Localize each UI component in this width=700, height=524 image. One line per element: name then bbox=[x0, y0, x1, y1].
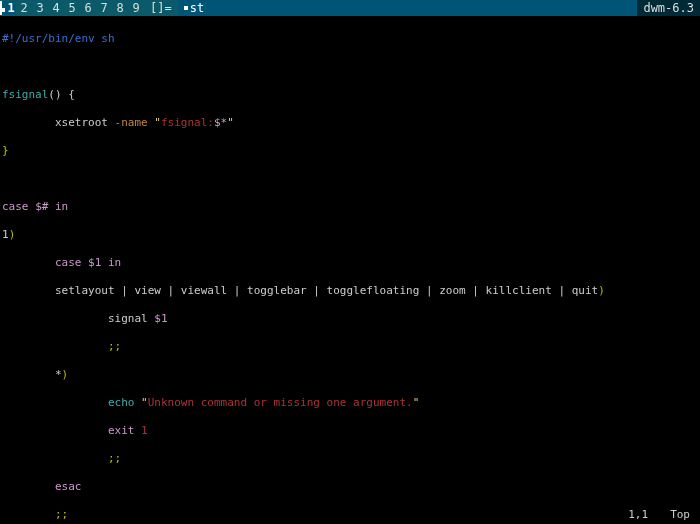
shebang-line: #!/usr/bin/env sh bbox=[2, 32, 115, 45]
pat-viewall: viewall bbox=[181, 284, 227, 297]
paren: ) bbox=[9, 228, 16, 241]
tag-4[interactable]: 4 bbox=[48, 1, 64, 15]
tag-9[interactable]: 9 bbox=[128, 1, 144, 15]
tag-6[interactable]: 6 bbox=[80, 1, 96, 15]
pat-togglebar: togglebar bbox=[247, 284, 307, 297]
vim-ruler: 1,1Top bbox=[606, 508, 690, 522]
tag-3[interactable]: 3 bbox=[32, 1, 48, 15]
flag-name: -name bbox=[115, 116, 148, 129]
call-signal: signal bbox=[108, 312, 148, 325]
tag-1[interactable]: 1 bbox=[0, 1, 16, 15]
pat-star: * bbox=[55, 368, 62, 381]
str-prefix: fsignal: bbox=[161, 116, 214, 129]
pat-setlayout: setlayout bbox=[55, 284, 115, 297]
pat-zoom: zoom bbox=[439, 284, 466, 297]
layout-symbol[interactable]: []= bbox=[144, 1, 178, 15]
pat-killclient: killclient bbox=[486, 284, 552, 297]
terminal-editor[interactable]: #!/usr/bin/env sh fsignal() { xsetroot -… bbox=[0, 16, 700, 524]
kw-case: case bbox=[2, 200, 29, 213]
var-argc: $# bbox=[35, 200, 48, 213]
pat-quit: quit bbox=[572, 284, 599, 297]
pat-view: view bbox=[134, 284, 161, 297]
kw-in: in bbox=[55, 200, 68, 213]
kw-exit: exit bbox=[108, 424, 135, 437]
cmd-xsetroot: xsetroot bbox=[55, 116, 108, 129]
dsemi: ;; bbox=[108, 340, 121, 353]
var-star: $* bbox=[214, 116, 227, 129]
tag-2[interactable]: 2 bbox=[16, 1, 32, 15]
kw-case: case bbox=[55, 256, 82, 269]
var-1: $1 bbox=[88, 256, 101, 269]
exit-code: 1 bbox=[141, 424, 148, 437]
kw-esac: esac bbox=[55, 480, 82, 493]
status-text: dwm-6.3 bbox=[637, 0, 700, 16]
window-title[interactable]: st bbox=[178, 0, 638, 16]
pat-togglefloating: togglefloating bbox=[327, 284, 420, 297]
fn-name: fsignal bbox=[2, 88, 48, 101]
err-msg-1: Unknown command or missing one argument. bbox=[148, 396, 413, 409]
status-bar: 1 2 3 4 5 6 7 8 9 []= st dwm-6.3 bbox=[0, 0, 700, 16]
tag-5[interactable]: 5 bbox=[64, 1, 80, 15]
kw-echo: echo bbox=[108, 396, 135, 409]
case-label-1: 1 bbox=[2, 228, 9, 241]
close-brace: } bbox=[2, 144, 9, 157]
var-1: $1 bbox=[154, 312, 167, 325]
tag-7[interactable]: 7 bbox=[96, 1, 112, 15]
fn-open: () { bbox=[48, 88, 75, 101]
tag-8[interactable]: 8 bbox=[112, 1, 128, 15]
kw-in: in bbox=[108, 256, 121, 269]
